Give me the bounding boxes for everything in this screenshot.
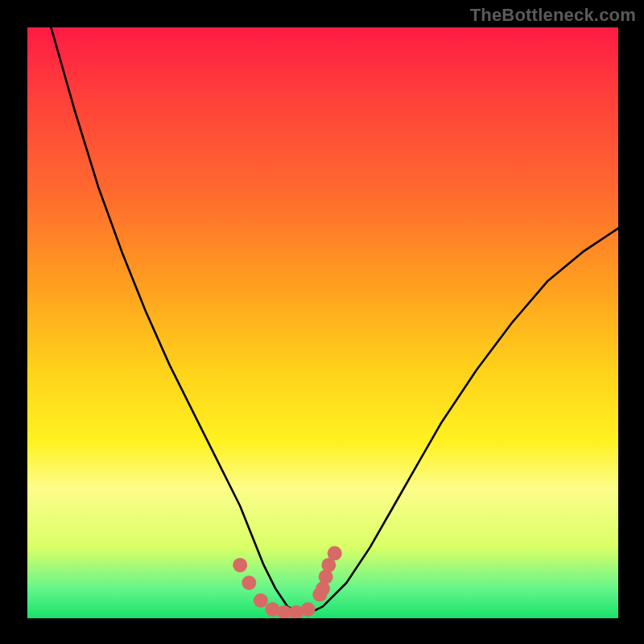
svg-point-2 — [254, 593, 268, 608]
svg-point-11 — [328, 546, 342, 560]
bottleneck-curve — [51, 27, 618, 613]
svg-point-1 — [242, 576, 256, 590]
highlight-dots — [233, 546, 342, 618]
chart-frame: TheBottleneck.com — [0, 0, 644, 644]
watermark-text: TheBottleneck.com — [470, 5, 636, 26]
plot-area — [27, 27, 618, 618]
chart-svg — [27, 27, 618, 618]
svg-point-0 — [233, 558, 247, 572]
svg-point-6 — [301, 602, 316, 617]
